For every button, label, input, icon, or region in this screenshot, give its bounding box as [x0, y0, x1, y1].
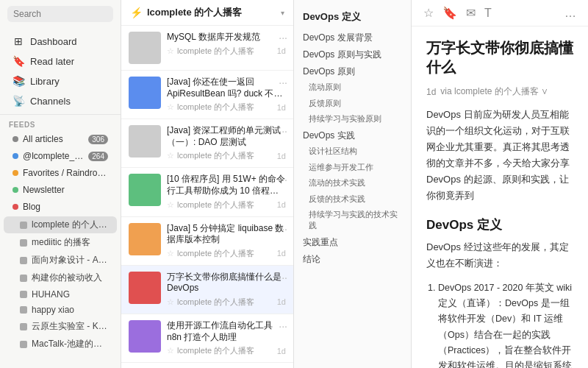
article-section1: DevOps 定义: [426, 216, 573, 233]
toc-item-t11[interactable]: 反馈的技术实践: [294, 191, 411, 207]
article-age: 1d: [277, 200, 286, 209]
article-more-button[interactable]: ···: [279, 77, 287, 88]
article-item-title: [10 倍程序员] 用 51W+ 的命令行工具帮助你成为 10 倍程序员: [167, 174, 286, 197]
feed-item-all-articles[interactable]: All articles306: [4, 131, 117, 147]
feed-label: All articles: [23, 134, 84, 144]
sidebar-item-channels[interactable]: 📡Channels: [4, 91, 117, 110]
sidebar-nav-label: Channels: [30, 96, 71, 107]
email-icon[interactable]: ✉: [466, 6, 476, 20]
sidebar: ⊞Dashboard🔖Read later📚Library📡Channels F…: [0, 0, 121, 368]
article-toolbar: ☆ 🔖 ✉ T …: [412, 0, 588, 26]
article-thumb: [129, 77, 161, 109]
article-age: 1d: [277, 297, 286, 306]
article-item-title: 万字长文带你彻底搞懂什么是 DevOps: [167, 272, 286, 294]
star-icon: ☆: [167, 151, 174, 160]
sub-feed-happy-xiao[interactable]: happy xiao: [4, 302, 117, 317]
star-icon: ☆: [167, 249, 174, 258]
bookmark-icon[interactable]: 🔖: [442, 6, 457, 20]
toc-item-t10[interactable]: 流动的技术实践: [294, 175, 411, 191]
sub-feed-avatar: [20, 239, 27, 247]
sidebar-subfeeds: lcomplete 的个人播客mediitic 的播客面向对象设计 - Arti…: [0, 216, 121, 353]
search-input[interactable]: [7, 6, 113, 22]
sidebar-item-read-later[interactable]: 🔖Read later: [4, 52, 117, 71]
article-thumb: [129, 174, 161, 206]
article-more-button[interactable]: ···: [279, 320, 287, 332]
article-item-title: MySQL 数据库开发规范: [167, 32, 286, 43]
article-thumb: [129, 223, 161, 255]
sub-feed-label: MacTalk-池建的博…: [32, 338, 108, 350]
sub-feed-meditic[interactable]: mediitic 的播客: [4, 234, 117, 251]
article-list-item[interactable]: MySQL 数据库开发规范 ☆ lcomplete 的个人播客 1d ···: [121, 26, 293, 71]
article-thumb: [129, 32, 161, 64]
article-more-button[interactable]: ···: [279, 32, 287, 43]
channels-icon: 📡: [12, 95, 24, 107]
toc-item-t1[interactable]: DevOps 发展背景: [294, 29, 411, 46]
sidebar-nav-label: Library: [30, 76, 60, 87]
toc-item-t13[interactable]: 实践重点: [294, 234, 411, 251]
feed-item-blog[interactable]: Blog: [4, 199, 117, 215]
feed-dot: [12, 204, 18, 210]
star-icon: ☆: [167, 46, 174, 56]
article-info: [10 倍程序员] 用 51W+ 的命令行工具帮助你成为 10 倍程序员 ☆ l…: [167, 174, 286, 210]
article-more-button[interactable]: ···: [279, 272, 287, 283]
feed-label: Blog: [23, 202, 108, 212]
sub-feed-label: 云原生实验室 - Kube…: [32, 320, 108, 333]
star-icon[interactable]: ☆: [423, 6, 434, 20]
sub-feed-huhang[interactable]: HUHANG: [4, 287, 117, 302]
article-source: lcomplete 的个人播客: [177, 199, 254, 210]
sub-feed-xiangjun[interactable]: 面向对象设计 - Artic…: [4, 252, 117, 269]
toc-item-t12[interactable]: 持续学习与实践的技术实践: [294, 207, 411, 234]
article-meta-via: via lcomplete 的个人播客 ∨: [440, 85, 548, 98]
toc-title: DevOps 定义: [294, 7, 411, 29]
sidebar-item-dashboard[interactable]: ⊞Dashboard: [4, 32, 117, 51]
feed-dot: [12, 136, 18, 142]
article-item-title: [Java] 资深工程师的单元测试（一）: DAO 层测试: [167, 125, 286, 148]
article-source: lcomplete 的个人播客: [177, 248, 254, 259]
article-list-item[interactable]: [Javascript] 使用 lit 编写 Web Components 简化…: [121, 363, 293, 368]
toc-item-t3[interactable]: DevOps 原则: [294, 63, 411, 80]
toc-item-t8[interactable]: 设计社区结构: [294, 144, 411, 159]
article-title: 万字长文带你彻底搞懂什么: [426, 38, 573, 77]
sub-feed-mactalk[interactable]: MacTalk-池建的博…: [4, 336, 117, 353]
toc-item-t14[interactable]: 结论: [294, 251, 411, 268]
article-list-item-content: DevOps 2017 - 2020 年英文 wiki 定义（直译）：DevOp…: [438, 280, 573, 368]
sub-feed-avatar: [20, 291, 27, 298]
article-list: ⚡ lcomplete 的个人播客 ▾ MySQL 数据库开发规范 ☆ lcom…: [121, 0, 294, 368]
toc-item-t4[interactable]: 流动原则: [294, 79, 411, 95]
article-source: lcomplete 的个人播客: [177, 297, 254, 308]
sub-feed-label: HUHANG: [32, 289, 70, 300]
article-more-button[interactable]: ···: [279, 125, 287, 137]
article-info: 万字长文带你彻底搞懂什么是 DevOps ☆ lcomplete 的个人播客 1…: [167, 272, 286, 308]
sidebar-nav-label: Read later: [30, 56, 74, 67]
article-item-meta: ☆ lcomplete 的个人播客 1d: [167, 248, 286, 259]
toc-item-t6[interactable]: 持续学习与实验原则: [294, 111, 411, 127]
toc-item-t5[interactable]: 反馈原则: [294, 96, 411, 111]
feed-item-clcomplete-wild[interactable]: @lcomplete_wild (Twitt…264: [4, 148, 117, 164]
article-more-button[interactable]: ···: [279, 223, 287, 235]
sub-feed-yunsheng[interactable]: 云原生实验室 - Kube…: [4, 318, 117, 335]
article-list-item[interactable]: [Java] 你还在使一返回 ApiResultBean 吗? duck 不必，…: [121, 71, 293, 119]
sub-feed-lcomplete[interactable]: lcomplete 的个人播客: [4, 216, 117, 233]
dashboard-icon: ⊞: [12, 35, 24, 47]
article-list-item[interactable]: 万字长文带你彻底搞懂什么是 DevOps ☆ lcomplete 的个人播客 1…: [121, 266, 293, 314]
article-list-item[interactable]: [Java] 资深工程师的单元测试（一）: DAO 层测试 ☆ lcomplet…: [121, 119, 293, 168]
article-thumb: [129, 272, 161, 304]
sidebar-item-library[interactable]: 📚Library: [4, 71, 117, 91]
feed-item-newsletter[interactable]: Newsletter: [4, 182, 117, 198]
toc-item-t2[interactable]: DevOps 原则与实践: [294, 46, 411, 63]
font-icon[interactable]: T: [484, 7, 492, 20]
article-item-title: [Java] 你还在使一返回 ApiResultBean 吗? duck 不必，…: [167, 77, 286, 99]
sub-feed-build[interactable]: 构建你的被动收入: [4, 269, 117, 286]
article-list-item[interactable]: 使用开源工作流自动化工具 n8n 打造个人助理 ☆ lcomplete 的个人播…: [121, 314, 293, 363]
feed-item-favorites[interactable]: Favorites / Raindrop.io: [4, 165, 117, 181]
article-item-meta: ☆ lcomplete 的个人播客 1d: [167, 345, 286, 356]
article-more-button[interactable]: ···: [279, 174, 287, 185]
toc-item-t9[interactable]: 运维参与开发工作: [294, 160, 411, 175]
article-para1: DevOps 日前应为研发人员互相能识的一个组织文化运动，对于互联网企业尤其重要…: [426, 107, 573, 205]
article-list-item[interactable]: [Java] 5 分钟搞定 liquibase 数据库版本控制 ☆ lcompl…: [121, 217, 293, 266]
feed-header: ⚡ lcomplete 的个人播客 ▾: [121, 0, 293, 26]
toc-item-t7[interactable]: DevOps 实践: [294, 127, 411, 144]
article-item-meta: ☆ lcomplete 的个人播客 1d: [167, 297, 286, 308]
article-list-item[interactable]: [10 倍程序员] 用 51W+ 的命令行工具帮助你成为 10 倍程序员 ☆ l…: [121, 168, 293, 216]
more-icon[interactable]: …: [564, 7, 576, 20]
